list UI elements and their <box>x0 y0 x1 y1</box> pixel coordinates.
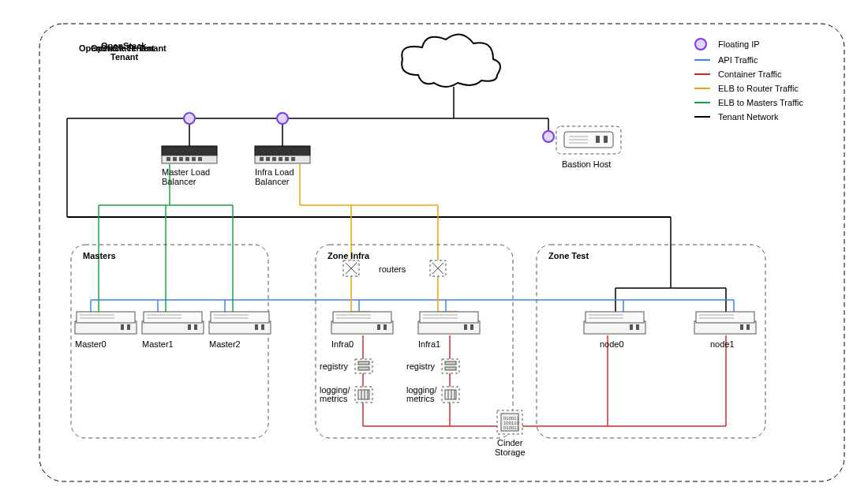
fip-infra-lb <box>277 113 288 124</box>
infra0-icon <box>331 312 393 334</box>
logging1-label: logging/metrics <box>406 385 437 403</box>
elb-router-lines <box>300 164 458 312</box>
master1-icon <box>142 312 204 334</box>
cinder-label: CinderStorage <box>495 438 526 457</box>
node1-icon <box>694 312 756 334</box>
master2-icon <box>209 312 271 334</box>
registry1-icon <box>442 359 459 373</box>
routers-label: routers <box>379 264 406 274</box>
fip-master-lb <box>184 113 195 124</box>
legend-elb-router: ELB to Router Traffic <box>718 84 799 93</box>
router0-icon <box>343 260 359 276</box>
registry1-label: registry <box>406 361 436 371</box>
registry0-icon <box>355 359 372 373</box>
logging0-icon <box>355 387 372 403</box>
master-lb-icon <box>162 146 217 163</box>
master0-label: Master0 <box>75 339 107 349</box>
master-lb-label: Master LoadBalancer <box>162 167 210 186</box>
svg-text:Tenant: Tenant <box>110 52 139 62</box>
logging1-icon <box>442 387 459 403</box>
zone-infra-label: Zone Infra <box>327 251 370 260</box>
api-traffic-lines <box>91 300 734 312</box>
node0-icon <box>584 312 645 334</box>
svg-text:OpenStack: OpenStack <box>101 41 147 51</box>
legend-container: Container Traffic <box>718 69 782 79</box>
router1-icon <box>430 260 446 276</box>
infra0-label: Infra0 <box>331 339 354 349</box>
fip-bastion <box>543 131 554 142</box>
logging0-label: logging/metrics <box>320 385 350 403</box>
container-traffic-lines <box>363 335 726 426</box>
infra1-icon <box>418 312 480 334</box>
legend-tenant: Tenant Network <box>718 112 779 122</box>
infra1-label: Infra1 <box>418 339 440 349</box>
legend-elb-masters: ELB to Masters Traffic <box>718 98 804 107</box>
diagram-canvas: 010011 100110 010011 OpenStack Tenant Op… <box>0 0 868 498</box>
bastion-label: Bastion Host <box>562 159 611 169</box>
infra-lb-icon <box>255 146 310 163</box>
cinder-icon <box>497 410 522 434</box>
legend: Floating IP API Traffic Container Traffi… <box>694 39 804 122</box>
cloud-icon <box>402 35 500 87</box>
master1-label: Master1 <box>142 339 174 349</box>
master0-icon <box>75 312 137 334</box>
registry0-label: registry <box>320 361 349 371</box>
legend-fip: Floating IP <box>718 39 760 49</box>
zone-test-label: Zone Test <box>548 251 589 260</box>
master2-label: Master2 <box>209 339 241 349</box>
legend-api: API Traffic <box>718 55 758 65</box>
elb-masters-lines <box>99 164 233 312</box>
zone-masters-label: Masters <box>83 251 116 260</box>
node1-label: node1 <box>710 339 735 349</box>
bastion-icon <box>564 132 613 148</box>
node0-label: node0 <box>600 339 624 349</box>
infra-lb-label: Infra LoadBalancer <box>255 167 294 186</box>
